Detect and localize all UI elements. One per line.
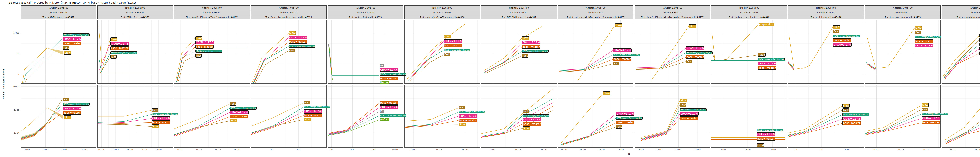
series-label-slow: Slow bbox=[522, 36, 529, 40]
panel-canvas bbox=[21, 21, 96, 83]
series-label-cran-1-17-6: CRAN=1.17.6 bbox=[616, 112, 635, 115]
series-label-base-master: base=master bbox=[842, 121, 861, 125]
series-label-base-master: base=master bbox=[380, 77, 398, 80]
x-tick-label: 10 bbox=[326, 149, 337, 151]
strip-test-col7: Test: DT[,.SD] improved in #4501 bbox=[481, 15, 557, 19]
facet-panel-kilobytes-col11: SlowFastHEAD=merge_factor_char_keybase=m… bbox=[788, 20, 864, 83]
y-tick-label: 100 bbox=[5, 53, 19, 55]
series-label-slow: Slow bbox=[842, 104, 850, 107]
x-tick-label: 1e+02 bbox=[558, 149, 570, 151]
facet-panel-kilobytes-col5: PRCRAN=1.17.6HEAD=merge_factor_char_keyb… bbox=[328, 20, 403, 83]
x-tick-mark bbox=[395, 147, 395, 148]
series-label-slow: Slow bbox=[921, 103, 929, 107]
series-label-cran-1-17-6: CRAN=1.17.6 bbox=[444, 40, 462, 43]
series-label-head-merge-factor-char-key: HEAD=merge_factor_char_key bbox=[842, 113, 869, 116]
series-label-head-merge-factor-char-key: HEAD=merge_factor_char_key bbox=[110, 51, 137, 54]
facet-panel-seconds-col13: SlowFastHEAD=merge_factor_char_keyCRAN=1… bbox=[942, 85, 980, 147]
x-tick-label: 1e+01 bbox=[95, 149, 107, 151]
x-tick-mark bbox=[374, 147, 374, 148]
x-tick-label: 1e+08 bbox=[692, 149, 703, 151]
series-label-head-merge-factor-char-key: HEAD=merge_factor_char_key bbox=[63, 103, 89, 106]
series-label-base-master: base=master bbox=[289, 40, 307, 43]
series-label-base-master: base=master bbox=[686, 55, 705, 59]
series-label-base-master: base=master bbox=[758, 66, 776, 70]
series-label-fast: Fast bbox=[63, 46, 69, 50]
series-label-slow: Slow bbox=[110, 37, 118, 41]
strip-pvalue-col5: P.value: 4.42e-01 bbox=[328, 10, 403, 15]
facet-panel-seconds-col1: FastHEAD=merge_factor_char_keyCRAN=1.17.… bbox=[21, 85, 96, 147]
x-tick-mark bbox=[641, 147, 641, 148]
facet-panel-kilobytes-col7: SlowCRAN=1.17.6base=masterHEAD=merge_fac… bbox=[481, 20, 557, 83]
x-tick-mark bbox=[926, 147, 926, 148]
series-label-head-merge-factor-char-key: HEAD=merge_factor_char_key bbox=[289, 45, 315, 48]
facet-panel-kilobytes-col6: SlowCRAN=1.17.6base=masterHEAD=merge_fac… bbox=[404, 20, 480, 83]
series-label-fast: Fast bbox=[444, 53, 450, 56]
x-tick-label: 1e+09 bbox=[767, 149, 778, 151]
x-tick-label: 1e+06 bbox=[434, 149, 445, 151]
series-label-base-master: base=master bbox=[921, 121, 940, 124]
strip-nfactor-col8: N.factor: 1.00e+00 bbox=[558, 5, 633, 10]
series-label-base-master: base=master bbox=[459, 119, 477, 122]
series-label-base-master: base=master bbox=[152, 120, 170, 124]
series-label-fast: Fast bbox=[921, 108, 928, 111]
series-label-cran-1-17-6: CRAN=1.17.6 bbox=[921, 116, 940, 120]
strip-nfactor-col10: N.factor: 1.00e+00 bbox=[711, 5, 787, 10]
x-tick-label: 1e+08 bbox=[231, 149, 242, 151]
x-tick-label: 1e+02 bbox=[21, 149, 32, 151]
y-axis-label: median line, quartiles band bbox=[2, 62, 5, 106]
x-tick-mark bbox=[465, 147, 465, 148]
x-tick-mark bbox=[978, 147, 978, 148]
x-tick-label: 1e+04 bbox=[139, 149, 150, 151]
strip-pvalue-col2: P.value: 1.59e-01 bbox=[97, 10, 173, 15]
series-label-base-master: base=master bbox=[196, 45, 214, 49]
panel-canvas bbox=[635, 85, 710, 147]
series-label-fast: Fast bbox=[459, 106, 465, 109]
series-label-head-merge-factor-char-key: HEAD=merge_factor_char_key bbox=[459, 111, 485, 113]
series-label-fast: Fast bbox=[523, 109, 529, 113]
series-label-head-merge-factor-char-key: HEAD=merge_factor_char_key bbox=[304, 106, 331, 108]
strip-nfactor-col4: N.factor: 1.00e+00 bbox=[251, 5, 326, 10]
facet-panel-kilobytes-col9: SlowCRAN=1.17.6HEAD=merge_factor_char_ke… bbox=[635, 20, 710, 83]
x-tick-mark bbox=[748, 147, 748, 148]
x-tick-label: 1000 bbox=[368, 149, 379, 151]
x-tick-mark bbox=[583, 147, 583, 148]
series-label-fast: Fast bbox=[289, 49, 295, 53]
series-label-head-merge-factor-char-key: HEAD=merge_factor_char_key bbox=[758, 58, 784, 61]
facet-panel-kilobytes-col12: SlowFastHEAD=merge_factor_char_keybase=m… bbox=[865, 20, 940, 83]
series-label-head-merge-factor-char-key: HEAD=merge_factor_char_key bbox=[196, 50, 222, 53]
strip-pvalue-col13: P.value: 6.97e-01 bbox=[942, 10, 980, 15]
facet-panel-seconds-col6: FastHEAD=merge_factor_char_keyCRAN=1.17.… bbox=[404, 85, 480, 147]
y-tick-mark bbox=[20, 74, 21, 75]
facet-panel-kilobytes-col8: SlowCRAN=1.17.6HEAD=merge_factor_char_ke… bbox=[558, 20, 633, 83]
facet-panel-kilobytes-col3: SlowCRAN=1.17.6base=masterHEAD=merge_fac… bbox=[174, 20, 250, 83]
series-label-base-master: base=master bbox=[444, 44, 462, 47]
series-label-pr: PR bbox=[380, 64, 384, 67]
series-label-base-master: base=master bbox=[380, 101, 398, 104]
x-tick-mark bbox=[697, 147, 698, 148]
series-label-head-merge-factor-char-key: HEAD=merge_factor_char_key bbox=[613, 54, 640, 56]
series-label-slow: Slow bbox=[64, 115, 71, 119]
y-tick-label: 1e-04 bbox=[5, 132, 19, 134]
strip-pvalue-col1: P.value: 1.30e-01 bbox=[21, 10, 96, 15]
strip-nfactor-col1: N.factor: 1.00e+00 bbox=[21, 5, 96, 10]
strip-nfactor-col9: N.factor: 1.00e+00 bbox=[635, 5, 710, 10]
series-label-head-merge-factor-char-key: HEAD=merge_factor_char_key bbox=[152, 113, 178, 115]
facet-panel-kilobytes-col10: RegressionFixedHEAD=merge_factor_char_ke… bbox=[711, 20, 787, 83]
x-tick-label: 1e+04 bbox=[40, 149, 51, 151]
y-tick-label: 1e-02 bbox=[5, 109, 19, 111]
strip-test-col10: Test: shallow regression fixed in #4440 bbox=[711, 15, 787, 19]
x-tick-mark bbox=[180, 147, 180, 148]
series-label-cran-1-17-6: CRAN=1.17.6 bbox=[522, 41, 540, 44]
strip-pvalue-col9: P.value: 5.86e-01 bbox=[635, 10, 710, 15]
x-tick-label: 10 bbox=[790, 149, 801, 151]
x-tick-label: 1e+08 bbox=[615, 149, 626, 151]
facet-panel-kilobytes-col4: SlowCRAN=1.17.6base=masterHEAD=merge_fac… bbox=[251, 20, 326, 83]
series-label-head-merge-factor-char-key: HEAD=merge_factor_char_key bbox=[522, 50, 549, 53]
series-label-cran-1-17-6: CRAN=1.17.6 bbox=[152, 116, 170, 120]
x-tick-label: 100 bbox=[293, 149, 304, 151]
x-tick-label: 1e+03 bbox=[947, 149, 958, 151]
facet-panel-seconds-col3: FastHEAD=merge_factor_char_keyCRAN=1.17.… bbox=[174, 85, 250, 147]
x-tick-label: 1e+06 bbox=[59, 149, 70, 151]
series-label-head-merge-factor-char-key: HEAD=merge_factor_char_key bbox=[915, 35, 942, 38]
x-tick-label: 1e+03 bbox=[871, 149, 882, 151]
